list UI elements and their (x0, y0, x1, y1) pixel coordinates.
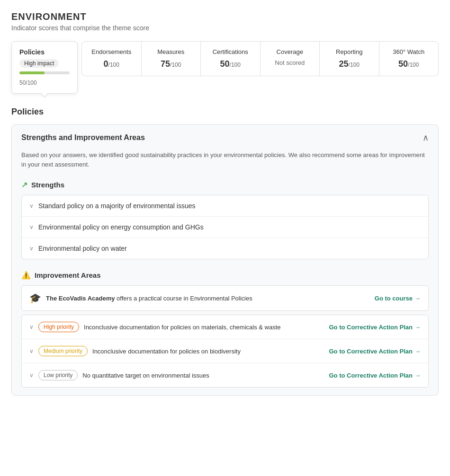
improvement-item-1[interactable]: ∨ High priority Inconclusive documentati… (22, 315, 428, 339)
endorsements-value: 0/100 (90, 59, 134, 69)
strength-item-3-text: Environmental policy on water (38, 245, 127, 252)
strength-item-2[interactable]: ∨ Environmental policy on energy consump… (22, 217, 428, 238)
chevron-down-icon-1: ∨ (29, 203, 34, 209)
strengths-section: ↗ Strengths ∨ Standard policy on a major… (12, 176, 438, 267)
score-row: Policies High impact 50/100 Endorsements… (11, 41, 439, 94)
tooltip-score-denom: /100 (26, 79, 36, 86)
go-to-cap-link-1[interactable]: Go to Corrective Action Plan → (329, 324, 421, 331)
tooltip-title: Policies (19, 48, 70, 56)
improvement-item-2-text: Inconclusive documentation for policies … (92, 348, 324, 355)
graduation-icon: 🎓 (29, 292, 41, 304)
certifications-label: Certifications (208, 48, 252, 55)
card-header[interactable]: Strengths and Improvement Areas ∧ (12, 125, 438, 150)
chevron-down-icon-imp-1: ∨ (29, 324, 34, 330)
score-card-360watch: 360° Watch 50/100 (379, 42, 439, 76)
improvement-item-1-text: Inconclusive documentation for policies … (84, 324, 324, 331)
page-subtitle: Indicator scores that comprise the theme… (11, 24, 439, 32)
trend-up-icon: ↗ (21, 180, 27, 189)
strength-item-3[interactable]: ∨ Environmental policy on water (22, 238, 428, 259)
score-card-coverage: Coverage Not scored (261, 42, 320, 76)
arrow-right-icon-3: → (414, 372, 421, 379)
score-card-certifications: Certifications 50/100 (201, 42, 261, 76)
go-to-course-link[interactable]: Go to course → (375, 295, 421, 302)
arrow-right-icon-1: → (414, 324, 421, 331)
academy-suffix-text: offers a practical course in Environment… (117, 295, 252, 302)
main-card: Strengths and Improvement Areas ∧ Based … (11, 124, 439, 396)
tooltip-score-value: 50 (19, 79, 26, 86)
score-cards-container: Endorsements 0/100 Measures 75/100 Certi… (81, 41, 439, 76)
card-header-desc: Based on your answers, we identified goo… (12, 150, 438, 176)
certifications-value: 50/100 (208, 59, 252, 69)
score-card-endorsements: Endorsements 0/100 (82, 42, 142, 76)
improvement-item-2[interactable]: ∨ Medium priority Inconclusive documenta… (22, 339, 428, 363)
improvement-heading: ⚠️ Improvement Areas (21, 271, 429, 280)
score-card-reporting: Reporting 25/100 (320, 42, 379, 76)
360watch-value: 50/100 (387, 59, 431, 69)
go-to-cap-link-3[interactable]: Go to Corrective Action Plan → (329, 372, 421, 379)
card-header-title: Strengths and Improvement Areas (21, 133, 145, 142)
improvement-item-3[interactable]: ∨ Low priority No quantitative target on… (22, 363, 428, 387)
score-bar-track (19, 71, 70, 74)
go-to-course-label: Go to course (375, 295, 413, 302)
policies-section-title: Policies (11, 107, 439, 117)
coverage-label: Coverage (268, 48, 312, 55)
strength-item-1-text: Standard policy on a majority of environ… (38, 202, 196, 210)
chevron-down-icon-2: ∨ (29, 224, 34, 230)
chevron-down-icon-imp-3: ∨ (29, 372, 34, 379)
360watch-label: 360° Watch (387, 48, 431, 55)
medium-priority-badge: Medium priority (38, 346, 88, 356)
coverage-not-scored: Not scored (268, 59, 312, 66)
warning-icon: ⚠️ (21, 271, 31, 280)
reporting-value: 25/100 (327, 59, 371, 69)
go-to-cap-label-1: Go to Corrective Action Plan (329, 324, 413, 331)
policies-tooltip-card: Policies High impact 50/100 (11, 41, 78, 94)
endorsements-label: Endorsements (90, 48, 134, 55)
academy-text: The EcoVadis Academy offers a practical … (46, 295, 252, 302)
arrow-right-icon: → (414, 295, 421, 302)
score-card-measures: Measures 75/100 (142, 42, 201, 76)
chevron-down-icon-3: ∨ (29, 245, 34, 252)
page-title: ENVIRONMENT (11, 11, 439, 22)
strength-item-1[interactable]: ∨ Standard policy on a majority of envir… (22, 195, 428, 217)
academy-card: 🎓 The EcoVadis Academy offers a practica… (21, 285, 429, 311)
measures-label: Measures (149, 48, 193, 55)
low-priority-badge: Low priority (38, 370, 78, 380)
reporting-label: Reporting (327, 48, 371, 55)
improvement-item-3-text: No quantitative target on environmental … (82, 372, 324, 379)
arrow-right-icon-2: → (414, 348, 421, 355)
improvement-items: ∨ High priority Inconclusive documentati… (21, 315, 429, 388)
academy-left: 🎓 The EcoVadis Academy offers a practica… (29, 292, 252, 304)
strength-item-2-text: Environmental policy on energy consumpti… (38, 223, 204, 231)
go-to-cap-label-2: Go to Corrective Action Plan (329, 348, 413, 355)
improvement-heading-text: Improvement Areas (35, 271, 101, 279)
score-bar-fill (19, 71, 45, 74)
strengths-heading-text: Strengths (31, 181, 64, 189)
measures-value: 75/100 (149, 59, 193, 69)
improvement-section: ⚠️ Improvement Areas 🎓 The EcoVadis Acad… (12, 267, 438, 395)
go-to-cap-label-3: Go to Corrective Action Plan (329, 372, 413, 379)
chevron-down-icon-imp-2: ∨ (29, 348, 34, 354)
strengths-heading: ↗ Strengths (21, 180, 429, 189)
impact-badge: High impact (19, 59, 59, 68)
high-priority-badge: High priority (38, 322, 79, 332)
academy-name: The EcoVadis Academy (46, 295, 115, 302)
go-to-cap-link-2[interactable]: Go to Corrective Action Plan → (329, 348, 421, 355)
tooltip-score: 50/100 (19, 78, 70, 87)
collapse-icon: ∧ (423, 132, 429, 143)
strength-items: ∨ Standard policy on a majority of envir… (21, 195, 429, 259)
